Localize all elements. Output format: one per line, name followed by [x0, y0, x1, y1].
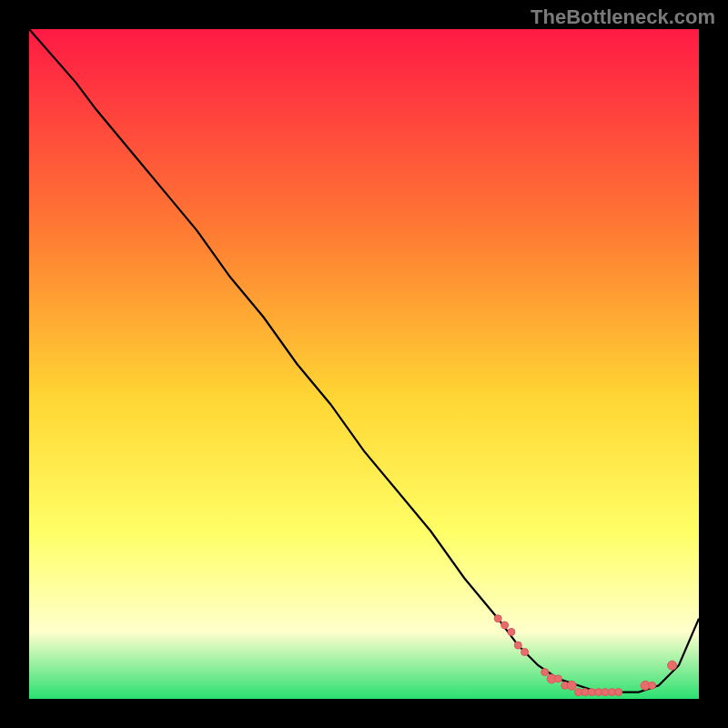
data-marker	[501, 622, 509, 629]
data-marker	[521, 649, 529, 656]
data-marker	[508, 628, 515, 635]
bottleneck-chart: TheBottleneck.com	[0, 0, 728, 728]
chart-svg	[0, 0, 728, 728]
data-marker	[595, 689, 602, 696]
data-marker	[494, 615, 501, 622]
data-marker	[554, 675, 561, 682]
data-marker	[588, 689, 595, 696]
plot-area	[29, 29, 699, 699]
data-marker	[649, 682, 656, 689]
data-marker	[575, 689, 582, 696]
data-marker	[668, 661, 677, 670]
data-marker	[608, 689, 615, 696]
data-marker	[615, 689, 622, 696]
data-marker	[567, 681, 576, 690]
data-marker	[514, 642, 521, 649]
data-marker	[541, 669, 549, 676]
attribution-label: TheBottleneck.com	[531, 5, 715, 29]
